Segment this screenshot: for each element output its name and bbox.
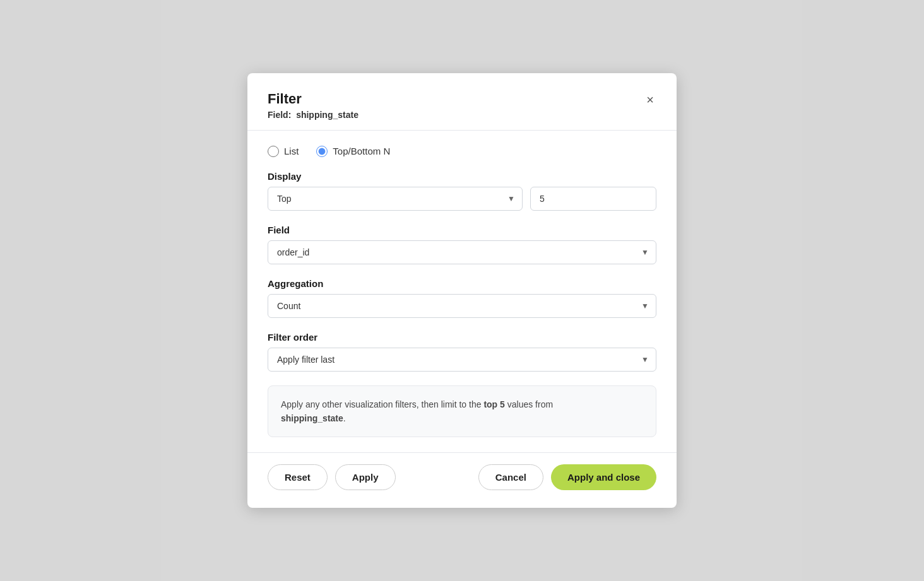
aggregation-section-label: Aggregation (268, 278, 656, 289)
footer-left: Reset Apply (268, 464, 396, 490)
top-bottom-select-wrapper: Top Bottom ▼ (268, 187, 523, 211)
field-value-label: shipping_state (296, 110, 358, 120)
field-section: Field order_id customer_id product_id ▼ (268, 225, 656, 264)
filter-modal: Filter Field: shipping_state × List Top/… (247, 73, 677, 508)
list-radio-option[interactable]: List (268, 146, 299, 157)
footer-right: Cancel Apply and close (478, 464, 656, 490)
apply-and-close-button[interactable]: Apply and close (551, 464, 656, 490)
filter-order-label: Filter order (268, 332, 656, 343)
info-text-before: Apply any other visualization filters, t… (281, 399, 483, 409)
list-radio-label: List (284, 146, 299, 156)
field-select-wrapper: order_id customer_id product_id ▼ (268, 240, 656, 264)
apply-button[interactable]: Apply (335, 464, 396, 490)
modal-title: Filter (268, 91, 358, 107)
display-section-label: Display (268, 171, 656, 182)
filter-order-select-wrapper: Apply filter last Apply filter first ▼ (268, 348, 656, 372)
info-box: Apply any other visualization filters, t… (268, 385, 656, 438)
modal-backdrop: Filter Field: shipping_state × List Top/… (0, 0, 924, 581)
topbottom-radio-label: Top/Bottom N (333, 146, 390, 156)
field-section-label: Field (268, 225, 656, 235)
info-text-middle: values from (505, 399, 553, 409)
top-bottom-select[interactable]: Top Bottom (268, 187, 523, 211)
field-key-label: Field: (268, 110, 291, 120)
info-text-end: . (343, 413, 346, 423)
aggregation-select[interactable]: Count Sum Average Min Max (268, 294, 656, 318)
topbottom-radio-option[interactable]: Top/Bottom N (316, 146, 390, 157)
modal-body: List Top/Bottom N Display Top Bottom (247, 131, 677, 453)
modal-title-area: Filter Field: shipping_state (268, 91, 358, 120)
modal-field-info: Field: shipping_state (268, 110, 358, 120)
display-section: Display Top Bottom ▼ (268, 171, 656, 211)
filter-order-select[interactable]: Apply filter last Apply filter first (268, 348, 656, 372)
filter-type-radio-group: List Top/Bottom N (268, 146, 656, 157)
display-row: Top Bottom ▼ (268, 187, 656, 211)
info-bold-top5: top 5 (483, 399, 504, 409)
modal-header: Filter Field: shipping_state × (247, 73, 677, 131)
filter-order-section: Filter order Apply filter last Apply fil… (268, 332, 656, 372)
reset-button[interactable]: Reset (268, 464, 328, 490)
list-radio-input[interactable] (268, 146, 279, 157)
close-button[interactable]: × (644, 91, 656, 109)
field-select[interactable]: order_id customer_id product_id (268, 240, 656, 264)
info-bold-field: shipping_state (281, 413, 343, 423)
aggregation-select-wrapper: Count Sum Average Min Max ▼ (268, 294, 656, 318)
modal-footer: Reset Apply Cancel Apply and close (247, 452, 677, 508)
top-n-number-input[interactable] (530, 187, 656, 211)
cancel-button[interactable]: Cancel (478, 464, 543, 490)
aggregation-section: Aggregation Count Sum Average Min Max ▼ (268, 278, 656, 318)
topbottom-radio-input[interactable] (316, 146, 328, 157)
